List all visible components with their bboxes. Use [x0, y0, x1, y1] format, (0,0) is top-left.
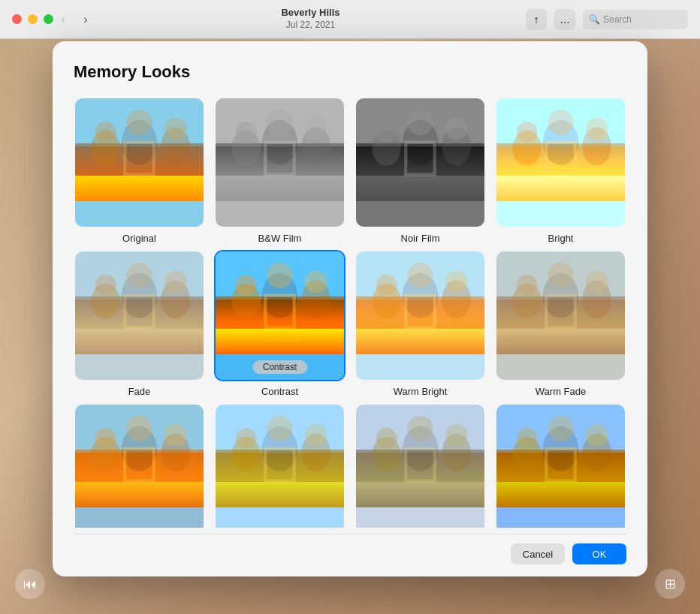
svg-point-52	[376, 275, 397, 296]
people-silhouette	[75, 405, 204, 528]
svg-point-58	[548, 263, 573, 288]
look-label-warm-bright: Warm Bright	[394, 386, 448, 397]
look-item-cool-contrast[interactable]: Cool Contrast	[495, 403, 626, 528]
look-thumbnail-warm-bright	[355, 250, 486, 381]
look-item-cool-fade[interactable]: Cool Fade	[355, 403, 486, 528]
svg-point-36	[95, 275, 116, 296]
svg-point-50	[407, 263, 433, 288]
people-silhouette	[216, 405, 344, 528]
ok-button[interactable]: OK	[572, 543, 626, 564]
action-button[interactable]: …	[554, 9, 575, 30]
svg-point-82	[407, 416, 433, 441]
look-thumbnail-inner-cool-bright	[216, 405, 344, 528]
svg-point-76	[236, 428, 257, 449]
look-item-bw-film[interactable]: B&W Film	[214, 97, 345, 244]
nav-arrows: ‹ ›	[53, 10, 95, 29]
rewind-icon: ⏮	[23, 576, 37, 592]
svg-point-22	[445, 118, 468, 140]
forward-arrow[interactable]: ›	[76, 10, 95, 29]
look-thumbnail-inner-bright	[496, 98, 625, 227]
people-silhouette	[496, 251, 625, 380]
search-placeholder: Search	[603, 14, 632, 25]
svg-point-62	[586, 271, 608, 293]
svg-point-92	[517, 428, 538, 449]
look-thumbnail-inner-warm-contrast	[75, 405, 204, 528]
people-silhouette	[75, 98, 204, 227]
title-text: Beverly Hills	[95, 7, 526, 20]
look-item-contrast[interactable]: ContrastContrast	[214, 250, 345, 397]
looks-grid: Original B&W Film	[74, 97, 626, 528]
svg-point-10	[267, 110, 292, 135]
svg-point-12	[236, 122, 257, 143]
look-item-noir-film[interactable]: Noir Film	[355, 97, 486, 244]
look-item-cool-bright[interactable]: Cool Bright	[214, 403, 345, 528]
look-thumbnail-original	[74, 97, 205, 228]
look-thumbnail-warm-fade	[495, 250, 626, 381]
look-label-bw-film: B&W Film	[258, 233, 302, 244]
look-thumbnail-inner-original	[75, 98, 204, 227]
svg-point-60	[517, 275, 538, 296]
look-item-original[interactable]: Original	[74, 97, 205, 244]
svg-point-70	[164, 424, 187, 447]
looks-grid-container: Original B&W Film	[74, 97, 626, 528]
grid-button[interactable]: ⊞	[655, 569, 685, 599]
share-button[interactable]: ↑	[526, 9, 547, 30]
look-thumbnail-warm-contrast	[74, 403, 205, 528]
maximize-button[interactable]	[44, 14, 53, 24]
look-thumbnail-inner-fade	[75, 251, 204, 380]
look-thumbnail-fade	[74, 250, 205, 381]
svg-point-78	[305, 424, 327, 447]
svg-point-14	[305, 118, 327, 140]
people-silhouette	[356, 405, 484, 528]
look-thumbnail-noir-film	[355, 97, 486, 228]
subtitle-text: Jul 22, 2021	[95, 20, 526, 32]
people-silhouette	[75, 251, 204, 380]
svg-point-90	[548, 416, 573, 441]
look-label-bright: Bright	[548, 233, 574, 244]
look-thumbnail-bright	[495, 97, 626, 228]
svg-point-30	[586, 118, 608, 140]
look-item-bright[interactable]: Bright	[495, 97, 626, 244]
close-button[interactable]	[12, 14, 22, 24]
search-bar[interactable]: 🔍 Search	[583, 10, 688, 29]
look-label-warm-fade: Warm Fade	[536, 386, 586, 397]
look-item-fade[interactable]: Fade	[74, 250, 205, 397]
svg-point-26	[548, 110, 573, 135]
people-silhouette	[356, 251, 484, 380]
look-thumbnail-cool-bright	[214, 403, 345, 528]
people-silhouette	[496, 405, 625, 528]
look-thumbnail-inner-warm-fade	[496, 251, 625, 380]
look-thumbnail-cool-fade	[355, 403, 486, 528]
svg-point-74	[267, 416, 292, 441]
look-item-warm-bright[interactable]: Warm Bright	[355, 250, 486, 397]
svg-point-44	[236, 275, 257, 296]
svg-point-20	[376, 122, 397, 143]
svg-point-38	[164, 271, 187, 293]
svg-point-6	[164, 118, 187, 140]
look-thumbnail-inner-noir-film	[356, 98, 484, 227]
look-item-warm-contrast[interactable]: Warm Contrast	[74, 403, 205, 528]
minimize-button[interactable]	[28, 14, 38, 24]
people-silhouette	[356, 98, 484, 227]
back-arrow[interactable]: ‹	[53, 10, 73, 29]
selected-badge-contrast: Contrast	[252, 360, 307, 374]
svg-point-86	[445, 424, 468, 447]
svg-point-28	[517, 122, 538, 143]
look-item-warm-fade[interactable]: Warm Fade	[495, 250, 626, 397]
look-thumbnail-inner-cool-contrast	[496, 405, 625, 528]
look-label-original: Original	[122, 233, 156, 244]
search-icon: 🔍	[589, 14, 600, 25]
look-thumbnail-inner-cool-fade	[356, 405, 484, 528]
memory-looks-modal: Memory Looks Original	[53, 41, 647, 576]
look-thumbnail-inner-bw-film	[216, 98, 344, 227]
traffic-lights	[12, 14, 53, 24]
look-thumbnail-bw-film	[214, 97, 345, 228]
rewind-button[interactable]: ⏮	[15, 569, 45, 599]
cancel-button[interactable]: Cancel	[511, 543, 565, 564]
look-thumbnail-contrast: Contrast	[214, 250, 345, 381]
svg-point-46	[305, 271, 327, 293]
svg-point-42	[267, 263, 292, 288]
people-silhouette	[496, 98, 625, 227]
svg-point-2	[126, 110, 152, 135]
look-label-contrast: Contrast	[261, 386, 298, 397]
